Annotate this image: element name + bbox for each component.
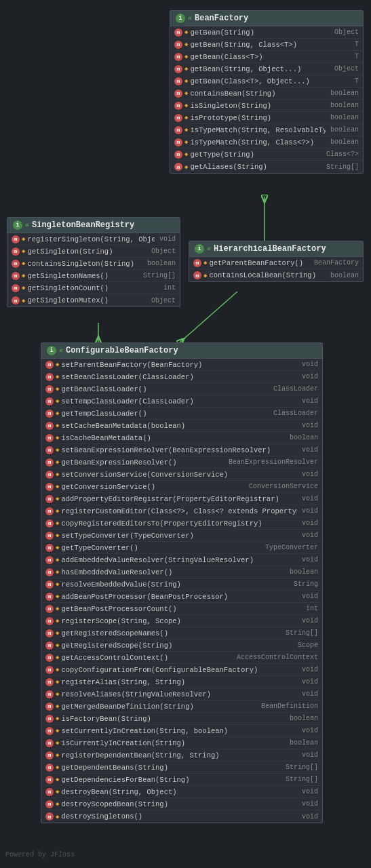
method-return: boolean (287, 739, 318, 747)
method-row: m ◆ getBeanPostProcessorCount() int (41, 603, 322, 615)
method-icon: ◆ (22, 235, 25, 243)
method-return: BeanDefinition (258, 703, 318, 710)
method-return: void (299, 617, 318, 625)
method-row: m ◆ setParentBeanFactory(BeanFactory) vo… (41, 359, 322, 371)
sbr-interface-marker: « (25, 222, 29, 229)
method-name: containsBean(String) (190, 90, 326, 98)
method-return: Object (149, 297, 176, 304)
vis-icon: m (45, 666, 54, 674)
method-icon: ◆ (56, 373, 59, 380)
vis-icon: m (45, 556, 54, 564)
method-row: m ◆ containsLocalBean(String) boolean (189, 269, 363, 281)
vis-icon: m (45, 642, 54, 650)
method-name: registerDependentBean(String, String) (61, 751, 297, 760)
method-icon: ◆ (184, 138, 188, 146)
beanfactory-header: i « BeanFactory (170, 11, 363, 26)
method-icon: ◆ (56, 544, 59, 551)
method-return: int (161, 284, 176, 292)
method-row: m ◆ getSingletonCount() int (7, 282, 180, 294)
method-icon: ◆ (203, 272, 207, 279)
method-icon: ◆ (184, 53, 188, 60)
method-return: T (352, 77, 359, 85)
method-icon: ◆ (184, 77, 188, 85)
method-name: getSingletonCount() (27, 284, 159, 292)
method-icon: ◆ (56, 751, 59, 759)
method-name: setCurrentlyInCreation(String, boolean) (61, 727, 297, 735)
method-row: m ◆ getAliases(String) String[] (170, 161, 363, 173)
singletonbeanregistry-class: i « SingletonBeanRegistry m ◆ registerSi… (7, 217, 180, 307)
method-row: m ◆ isTypeMatch(String, ResolvableType) … (170, 124, 363, 136)
cbf-name: ConfigurableBeanFactory (66, 346, 178, 355)
method-row: m ◆ resolveEmbeddedValue(String) String (41, 578, 322, 591)
method-icon: ◆ (56, 788, 59, 795)
vis-icon: m (193, 259, 201, 267)
method-return: void (299, 495, 318, 502)
method-icon: ◆ (56, 568, 59, 576)
method-icon: ◆ (56, 764, 59, 771)
method-return: void (299, 666, 318, 673)
method-name: setBeanClassLoader(ClassLoader) (61, 373, 297, 381)
method-name: getDependentBeans(String) (61, 764, 281, 772)
method-name: addPropertyEditorRegistrar(PropertyEdito… (61, 495, 297, 503)
method-name: getBean(String, Class<T>) (190, 41, 350, 49)
method-row: m ◆ getBean(String, Object...) Object (170, 63, 363, 75)
method-name: getBean(String) (190, 28, 330, 37)
sbr-icon: i (13, 220, 22, 230)
vis-icon: m (12, 284, 20, 292)
vis-icon: m (45, 715, 54, 723)
method-return: AccessControlContext (234, 654, 318, 661)
method-row: m ◆ getSingletonNames() String[] (7, 270, 180, 282)
method-name: getBean(Class<T>, Object...) (190, 77, 350, 85)
method-name: isTypeMatch(String, Class<?>) (190, 138, 326, 146)
method-row: m ◆ containsBean(String) boolean (170, 87, 363, 100)
hbf-name: HierarchicalBeanFactory (214, 244, 326, 254)
method-name: isCacheBeanMetadata() (61, 434, 285, 442)
method-icon: ◆ (184, 126, 188, 134)
method-row: m ◆ destroyScopedBean(String) void (41, 798, 322, 810)
method-name: containsLocalBean(String) (209, 271, 326, 279)
method-icon: ◆ (22, 248, 25, 255)
method-return: boolean (287, 715, 318, 722)
method-name: getTypeConverter() (61, 544, 260, 552)
method-name: destroyBean(String, Object) (61, 788, 297, 796)
method-row: m ◆ setTempClassLoader(ClassLoader) void (41, 395, 322, 408)
method-name: isTypeMatch(String, ResolvableType) (190, 126, 326, 134)
method-icon: ◆ (56, 800, 59, 808)
method-icon: ◆ (56, 495, 59, 502)
vis-icon: m (45, 361, 54, 369)
vis-icon: m (45, 568, 54, 576)
method-return: boolean (328, 272, 359, 279)
vis-icon: m (45, 727, 54, 735)
method-name: getBeanExpressionResolver() (61, 458, 224, 467)
method-row: m ◆ getDependenciesForBean(String) Strin… (41, 774, 322, 786)
vis-icon: m (45, 605, 54, 613)
method-row: m ◆ isCacheBeanMetadata() boolean (41, 432, 322, 444)
method-name: destroySingletons() (61, 812, 297, 821)
method-return: BeanFactory (311, 259, 359, 267)
method-icon: ◆ (184, 28, 188, 36)
vis-icon: m (45, 703, 54, 711)
method-icon: ◆ (56, 605, 59, 612)
vis-icon: m (45, 446, 54, 454)
vis-icon: m (45, 483, 54, 491)
method-return: int (303, 605, 318, 612)
vis-icon: m (45, 580, 54, 589)
beanfactory-icon: i (176, 14, 185, 23)
method-row: m ◆ copyConfigurationFrom(ConfigurableBe… (41, 664, 322, 676)
vis-icon: m (174, 163, 182, 171)
hbf-interface-marker: « (207, 245, 211, 253)
method-name: getBeanPostProcessorCount() (61, 605, 301, 613)
method-row: m ◆ setBeanClassLoader(ClassLoader) void (41, 371, 322, 383)
method-return: T (352, 41, 359, 48)
method-icon: ◆ (56, 654, 59, 661)
method-return: void (299, 813, 318, 821)
method-name: hasEmbeddedValueResolver() (61, 568, 285, 576)
vis-icon: m (45, 690, 54, 698)
method-return: String[] (283, 776, 318, 783)
method-name: setBeanExpressionResolver(BeanExpression… (61, 446, 297, 454)
method-return: Object (332, 28, 359, 36)
method-row: m ◆ isCurrentlyInCreation(String) boolea… (41, 737, 322, 749)
method-return: Scope (295, 642, 318, 649)
method-row: m ◆ getType(String) Class<?> (170, 149, 363, 161)
method-name: containsSingleton(String) (27, 260, 142, 268)
